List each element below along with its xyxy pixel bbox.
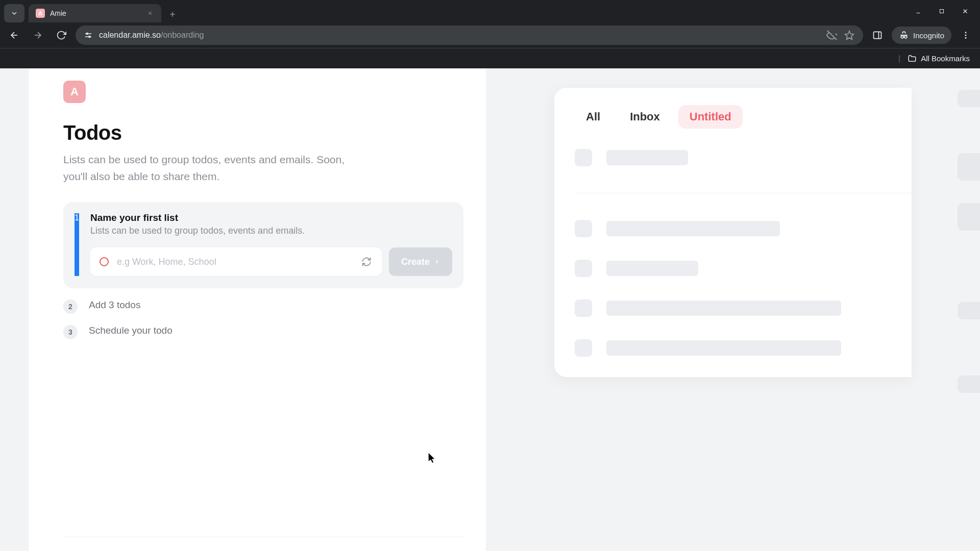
edge-stub xyxy=(958,90,980,107)
create-button-label: Create xyxy=(401,257,430,267)
close-tab-button[interactable] xyxy=(146,9,154,17)
all-bookmarks-button[interactable]: All Bookmarks xyxy=(908,54,970,63)
skeleton-bar xyxy=(606,261,698,276)
skeleton-bar xyxy=(606,150,688,165)
address-bar[interactable]: calendar.amie.so/onboarding xyxy=(76,26,863,45)
tab-title: Amie xyxy=(50,9,141,17)
forward-button[interactable] xyxy=(29,26,47,44)
browser-toolbar: calendar.amie.so/onboarding Incognito xyxy=(0,22,980,48)
skeleton-square xyxy=(575,149,592,166)
svg-point-18 xyxy=(901,36,903,38)
step-3: 3 Schedule your todo xyxy=(63,325,463,339)
minimize-icon xyxy=(915,8,921,14)
edge-stub xyxy=(958,375,980,393)
new-tab-button[interactable] xyxy=(164,6,181,22)
skeleton-row xyxy=(575,149,912,166)
step-number-badge: 2 xyxy=(63,299,78,314)
svg-rect-5 xyxy=(940,10,944,13)
skeleton-row xyxy=(575,220,912,237)
chevron-down-icon xyxy=(10,9,18,17)
onboarding-footer: Back Continue xyxy=(63,537,463,551)
tab-amie[interactable]: A Amie xyxy=(29,4,161,22)
skeleton-square xyxy=(575,260,592,277)
skeleton-square xyxy=(575,220,592,237)
privacy-indicator[interactable] xyxy=(826,30,838,41)
back-button[interactable] xyxy=(5,26,23,44)
onboarding-panel: A Todos Lists can be used to group todos… xyxy=(29,68,486,551)
all-bookmarks-label: All Bookmarks xyxy=(921,54,970,63)
site-settings-button[interactable] xyxy=(84,31,93,40)
todo-preview-panel: All Inbox Untitled xyxy=(554,88,912,377)
skeleton-square xyxy=(575,339,592,357)
edge-stub xyxy=(958,153,980,181)
color-picker-dot[interactable] xyxy=(100,257,109,266)
tab-all[interactable]: All xyxy=(575,105,611,129)
folder-icon xyxy=(908,54,917,63)
maximize-icon xyxy=(939,8,945,14)
skeleton-row xyxy=(575,339,912,357)
create-button[interactable]: Create xyxy=(389,247,452,276)
edge-stub xyxy=(958,203,980,231)
skeleton-bar xyxy=(606,221,780,236)
svg-point-19 xyxy=(904,36,907,38)
step-2-label: Add 3 todos xyxy=(89,299,140,314)
kebab-menu-button[interactable] xyxy=(957,26,975,44)
arrow-left-icon xyxy=(9,30,19,40)
side-panel-button[interactable] xyxy=(868,26,887,44)
preview-tabs: All Inbox Untitled xyxy=(575,105,912,129)
incognito-label: Incognito xyxy=(913,31,944,40)
panel-icon xyxy=(872,30,883,40)
reload-button[interactable] xyxy=(52,26,70,44)
maximize-button[interactable] xyxy=(930,3,953,19)
svg-point-20 xyxy=(965,32,967,33)
svg-marker-15 xyxy=(845,31,854,40)
url-text: calendar.amie.so/onboarding xyxy=(99,31,820,40)
step-1-title: Name your first list xyxy=(90,212,452,223)
refresh-icon xyxy=(361,257,372,267)
minimize-button[interactable] xyxy=(906,3,930,19)
plus-icon xyxy=(168,10,177,18)
tune-icon xyxy=(84,31,93,40)
step-1-subtitle: Lists can be used to group todos, events… xyxy=(90,226,452,236)
list-name-input-wrapper[interactable] xyxy=(90,247,382,276)
svg-rect-16 xyxy=(874,32,881,38)
tab-inbox[interactable]: Inbox xyxy=(619,105,671,129)
browser-chrome: A Amie xyxy=(0,0,980,68)
chevron-right-icon xyxy=(434,259,440,265)
window-controls xyxy=(906,3,977,19)
page-description: Lists can be used to group todos, events… xyxy=(63,152,349,185)
skeleton-row xyxy=(575,299,912,317)
edge-stubs xyxy=(939,90,980,393)
edge-stub xyxy=(958,302,980,319)
bookmark-button[interactable] xyxy=(844,30,855,41)
favicon-icon: A xyxy=(36,9,45,18)
shuffle-color-button[interactable] xyxy=(360,256,373,268)
step-2: 2 Add 3 todos xyxy=(63,299,463,314)
star-icon xyxy=(844,30,854,40)
skeleton-bar xyxy=(606,300,841,316)
skeleton-divider xyxy=(575,193,912,193)
close-icon xyxy=(962,8,969,15)
step-1-card: 1 Name your first list Lists can be used… xyxy=(63,202,463,288)
app-logo: A xyxy=(63,81,86,103)
bookmarks-bar: | All Bookmarks xyxy=(0,48,980,68)
incognito-chip[interactable]: Incognito xyxy=(892,27,951,44)
tab-search-button[interactable] xyxy=(4,4,24,22)
tab-strip: A Amie xyxy=(0,0,980,22)
step-3-label: Schedule your todo xyxy=(89,325,173,339)
reload-icon xyxy=(56,30,66,40)
incognito-icon xyxy=(899,30,909,40)
svg-point-21 xyxy=(965,35,967,36)
eye-off-icon xyxy=(826,30,838,41)
page-viewport: A Todos Lists can be used to group todos… xyxy=(0,68,980,551)
svg-point-22 xyxy=(965,37,967,39)
kebab-icon xyxy=(961,31,970,40)
divider: | xyxy=(898,54,900,63)
close-window-button[interactable] xyxy=(953,3,977,19)
tab-untitled[interactable]: Untitled xyxy=(678,105,743,129)
close-icon xyxy=(147,10,153,16)
step-number-badge: 1 xyxy=(75,213,79,276)
skeleton-square xyxy=(575,299,592,317)
steps-list: 1 Name your first list Lists can be used… xyxy=(63,202,463,339)
list-name-input[interactable] xyxy=(117,257,352,267)
